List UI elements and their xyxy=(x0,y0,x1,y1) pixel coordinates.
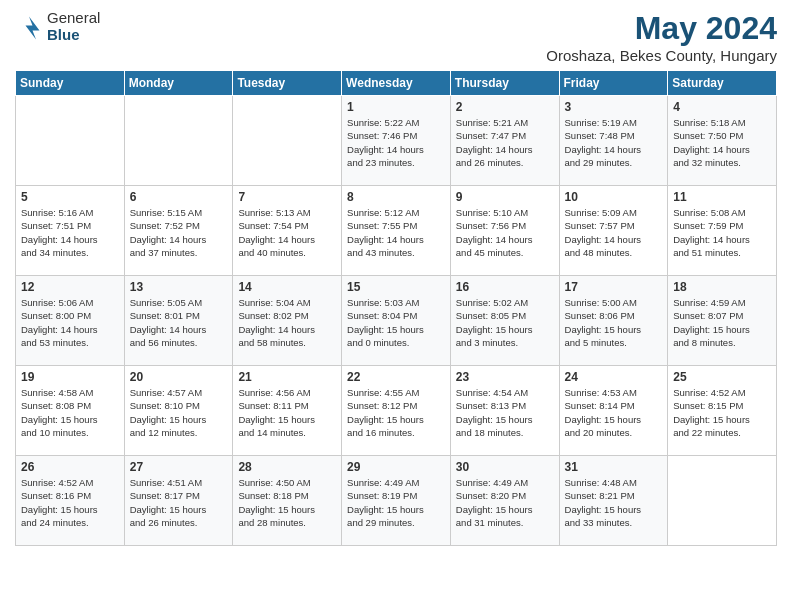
day-number: 23 xyxy=(456,370,554,384)
day-info: Sunrise: 4:50 AM Sunset: 8:18 PM Dayligh… xyxy=(238,476,336,529)
day-number: 5 xyxy=(21,190,119,204)
day-info: Sunrise: 4:59 AM Sunset: 8:07 PM Dayligh… xyxy=(673,296,771,349)
day-number: 7 xyxy=(238,190,336,204)
calendar-cell xyxy=(16,96,125,186)
day-info: Sunrise: 4:51 AM Sunset: 8:17 PM Dayligh… xyxy=(130,476,228,529)
day-info: Sunrise: 5:10 AM Sunset: 7:56 PM Dayligh… xyxy=(456,206,554,259)
day-number: 4 xyxy=(673,100,771,114)
calendar-table: SundayMondayTuesdayWednesdayThursdayFrid… xyxy=(15,70,777,546)
day-info: Sunrise: 4:52 AM Sunset: 8:16 PM Dayligh… xyxy=(21,476,119,529)
day-info: Sunrise: 5:15 AM Sunset: 7:52 PM Dayligh… xyxy=(130,206,228,259)
day-info: Sunrise: 4:58 AM Sunset: 8:08 PM Dayligh… xyxy=(21,386,119,439)
weekday-header-row: SundayMondayTuesdayWednesdayThursdayFrid… xyxy=(16,71,777,96)
day-number: 17 xyxy=(565,280,663,294)
day-number: 10 xyxy=(565,190,663,204)
calendar-week-row: 5Sunrise: 5:16 AM Sunset: 7:51 PM Daylig… xyxy=(16,186,777,276)
day-info: Sunrise: 5:05 AM Sunset: 8:01 PM Dayligh… xyxy=(130,296,228,349)
day-info: Sunrise: 5:19 AM Sunset: 7:48 PM Dayligh… xyxy=(565,116,663,169)
weekday-header: Wednesday xyxy=(342,71,451,96)
day-number: 12 xyxy=(21,280,119,294)
day-number: 25 xyxy=(673,370,771,384)
calendar-cell: 18Sunrise: 4:59 AM Sunset: 8:07 PM Dayli… xyxy=(668,276,777,366)
logo: General Blue xyxy=(15,10,100,43)
day-info: Sunrise: 4:52 AM Sunset: 8:15 PM Dayligh… xyxy=(673,386,771,439)
calendar-week-row: 19Sunrise: 4:58 AM Sunset: 8:08 PM Dayli… xyxy=(16,366,777,456)
day-number: 19 xyxy=(21,370,119,384)
day-info: Sunrise: 4:49 AM Sunset: 8:20 PM Dayligh… xyxy=(456,476,554,529)
calendar-week-row: 1Sunrise: 5:22 AM Sunset: 7:46 PM Daylig… xyxy=(16,96,777,186)
day-info: Sunrise: 5:21 AM Sunset: 7:47 PM Dayligh… xyxy=(456,116,554,169)
calendar-cell xyxy=(668,456,777,546)
day-number: 15 xyxy=(347,280,445,294)
calendar-cell: 1Sunrise: 5:22 AM Sunset: 7:46 PM Daylig… xyxy=(342,96,451,186)
calendar-cell: 6Sunrise: 5:15 AM Sunset: 7:52 PM Daylig… xyxy=(124,186,233,276)
calendar-cell xyxy=(233,96,342,186)
logo-blue: Blue xyxy=(47,27,100,44)
day-number: 26 xyxy=(21,460,119,474)
calendar-cell: 19Sunrise: 4:58 AM Sunset: 8:08 PM Dayli… xyxy=(16,366,125,456)
day-info: Sunrise: 4:55 AM Sunset: 8:12 PM Dayligh… xyxy=(347,386,445,439)
day-number: 28 xyxy=(238,460,336,474)
calendar-cell: 5Sunrise: 5:16 AM Sunset: 7:51 PM Daylig… xyxy=(16,186,125,276)
calendar-cell: 9Sunrise: 5:10 AM Sunset: 7:56 PM Daylig… xyxy=(450,186,559,276)
day-number: 20 xyxy=(130,370,228,384)
calendar-cell: 20Sunrise: 4:57 AM Sunset: 8:10 PM Dayli… xyxy=(124,366,233,456)
day-info: Sunrise: 4:53 AM Sunset: 8:14 PM Dayligh… xyxy=(565,386,663,439)
logo-general: General xyxy=(47,10,100,27)
calendar-cell: 16Sunrise: 5:02 AM Sunset: 8:05 PM Dayli… xyxy=(450,276,559,366)
day-info: Sunrise: 4:49 AM Sunset: 8:19 PM Dayligh… xyxy=(347,476,445,529)
logo-text: General Blue xyxy=(47,10,100,43)
weekday-header: Sunday xyxy=(16,71,125,96)
day-info: Sunrise: 5:12 AM Sunset: 7:55 PM Dayligh… xyxy=(347,206,445,259)
day-number: 3 xyxy=(565,100,663,114)
day-info: Sunrise: 5:18 AM Sunset: 7:50 PM Dayligh… xyxy=(673,116,771,169)
day-number: 13 xyxy=(130,280,228,294)
calendar-cell: 17Sunrise: 5:00 AM Sunset: 8:06 PM Dayli… xyxy=(559,276,668,366)
day-number: 16 xyxy=(456,280,554,294)
day-info: Sunrise: 4:56 AM Sunset: 8:11 PM Dayligh… xyxy=(238,386,336,439)
calendar-cell: 23Sunrise: 4:54 AM Sunset: 8:13 PM Dayli… xyxy=(450,366,559,456)
day-number: 9 xyxy=(456,190,554,204)
day-info: Sunrise: 5:03 AM Sunset: 8:04 PM Dayligh… xyxy=(347,296,445,349)
day-number: 11 xyxy=(673,190,771,204)
calendar-cell: 25Sunrise: 4:52 AM Sunset: 8:15 PM Dayli… xyxy=(668,366,777,456)
day-number: 2 xyxy=(456,100,554,114)
calendar-cell: 21Sunrise: 4:56 AM Sunset: 8:11 PM Dayli… xyxy=(233,366,342,456)
weekday-header: Friday xyxy=(559,71,668,96)
day-info: Sunrise: 4:54 AM Sunset: 8:13 PM Dayligh… xyxy=(456,386,554,439)
calendar-cell: 11Sunrise: 5:08 AM Sunset: 7:59 PM Dayli… xyxy=(668,186,777,276)
calendar-cell: 12Sunrise: 5:06 AM Sunset: 8:00 PM Dayli… xyxy=(16,276,125,366)
day-info: Sunrise: 5:22 AM Sunset: 7:46 PM Dayligh… xyxy=(347,116,445,169)
day-info: Sunrise: 5:06 AM Sunset: 8:00 PM Dayligh… xyxy=(21,296,119,349)
day-info: Sunrise: 5:02 AM Sunset: 8:05 PM Dayligh… xyxy=(456,296,554,349)
calendar-week-row: 12Sunrise: 5:06 AM Sunset: 8:00 PM Dayli… xyxy=(16,276,777,366)
calendar-cell: 3Sunrise: 5:19 AM Sunset: 7:48 PM Daylig… xyxy=(559,96,668,186)
day-number: 6 xyxy=(130,190,228,204)
day-number: 18 xyxy=(673,280,771,294)
day-number: 22 xyxy=(347,370,445,384)
calendar-cell: 31Sunrise: 4:48 AM Sunset: 8:21 PM Dayli… xyxy=(559,456,668,546)
day-info: Sunrise: 5:09 AM Sunset: 7:57 PM Dayligh… xyxy=(565,206,663,259)
day-number: 8 xyxy=(347,190,445,204)
calendar-cell: 22Sunrise: 4:55 AM Sunset: 8:12 PM Dayli… xyxy=(342,366,451,456)
day-info: Sunrise: 5:00 AM Sunset: 8:06 PM Dayligh… xyxy=(565,296,663,349)
calendar-cell: 30Sunrise: 4:49 AM Sunset: 8:20 PM Dayli… xyxy=(450,456,559,546)
calendar-cell: 24Sunrise: 4:53 AM Sunset: 8:14 PM Dayli… xyxy=(559,366,668,456)
calendar-cell: 4Sunrise: 5:18 AM Sunset: 7:50 PM Daylig… xyxy=(668,96,777,186)
weekday-header: Saturday xyxy=(668,71,777,96)
logo-icon xyxy=(15,13,43,41)
day-info: Sunrise: 5:13 AM Sunset: 7:54 PM Dayligh… xyxy=(238,206,336,259)
calendar-cell xyxy=(124,96,233,186)
calendar-cell: 15Sunrise: 5:03 AM Sunset: 8:04 PM Dayli… xyxy=(342,276,451,366)
header: General Blue May 2024 Oroshaza, Bekes Co… xyxy=(15,10,777,64)
calendar-cell: 27Sunrise: 4:51 AM Sunset: 8:17 PM Dayli… xyxy=(124,456,233,546)
calendar-cell: 10Sunrise: 5:09 AM Sunset: 7:57 PM Dayli… xyxy=(559,186,668,276)
svg-marker-0 xyxy=(26,16,40,39)
calendar-cell: 29Sunrise: 4:49 AM Sunset: 8:19 PM Dayli… xyxy=(342,456,451,546)
day-number: 27 xyxy=(130,460,228,474)
calendar-subtitle: Oroshaza, Bekes County, Hungary xyxy=(546,47,777,64)
calendar-cell: 7Sunrise: 5:13 AM Sunset: 7:54 PM Daylig… xyxy=(233,186,342,276)
day-number: 31 xyxy=(565,460,663,474)
day-info: Sunrise: 5:04 AM Sunset: 8:02 PM Dayligh… xyxy=(238,296,336,349)
calendar-cell: 13Sunrise: 5:05 AM Sunset: 8:01 PM Dayli… xyxy=(124,276,233,366)
